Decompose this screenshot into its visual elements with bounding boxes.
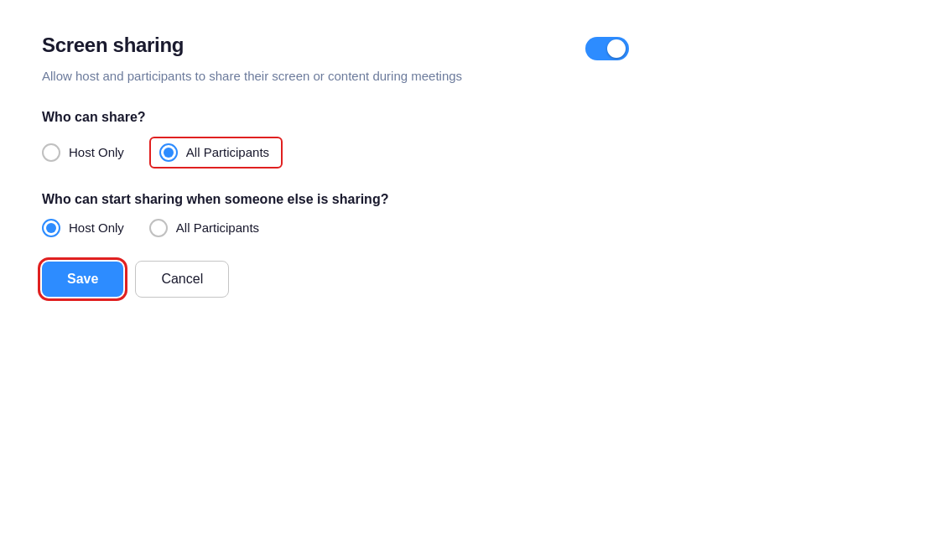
screen-sharing-toggle[interactable] xyxy=(585,37,629,60)
toggle-knob xyxy=(607,39,626,58)
who-can-share-radio-group: Host Only All Participants xyxy=(42,137,629,169)
cancel-button[interactable]: Cancel xyxy=(135,261,229,298)
who-can-start-label: Who can start sharing when someone else … xyxy=(42,192,629,207)
radio-option-host-only-share[interactable]: Host Only xyxy=(42,143,124,162)
save-button[interactable]: Save xyxy=(42,262,123,297)
radio-label-host-only-start: Host Only xyxy=(69,220,124,235)
toggle-container xyxy=(585,37,629,60)
radio-option-all-participants-share[interactable]: All Participants xyxy=(149,137,283,169)
radio-option-host-only-start[interactable]: Host Only xyxy=(42,219,124,237)
radio-label-all-participants-share: All Participants xyxy=(186,145,269,159)
who-can-share-section: Who can share? Host Only All Participant… xyxy=(42,110,629,169)
radio-circle-all-participants-share xyxy=(159,143,178,162)
who-can-share-label: Who can share? xyxy=(42,110,629,125)
radio-circle-host-only-start xyxy=(42,219,60,237)
section-header: Screen sharing xyxy=(42,34,629,60)
radio-circle-host-only-share xyxy=(42,143,60,162)
settings-panel: Screen sharing Allow host and participan… xyxy=(42,34,629,298)
radio-label-host-only-share: Host Only xyxy=(69,145,124,159)
section-description: Allow host and participants to share the… xyxy=(42,67,495,86)
radio-option-all-participants-start[interactable]: All Participants xyxy=(149,219,259,237)
buttons-row: Save Cancel xyxy=(42,261,629,298)
radio-label-all-participants-start: All Participants xyxy=(176,220,259,235)
who-can-start-radio-group: Host Only All Participants xyxy=(42,219,629,237)
who-can-start-section: Who can start sharing when someone else … xyxy=(42,192,629,237)
section-title: Screen sharing xyxy=(42,34,184,57)
radio-circle-all-participants-start xyxy=(149,219,168,237)
